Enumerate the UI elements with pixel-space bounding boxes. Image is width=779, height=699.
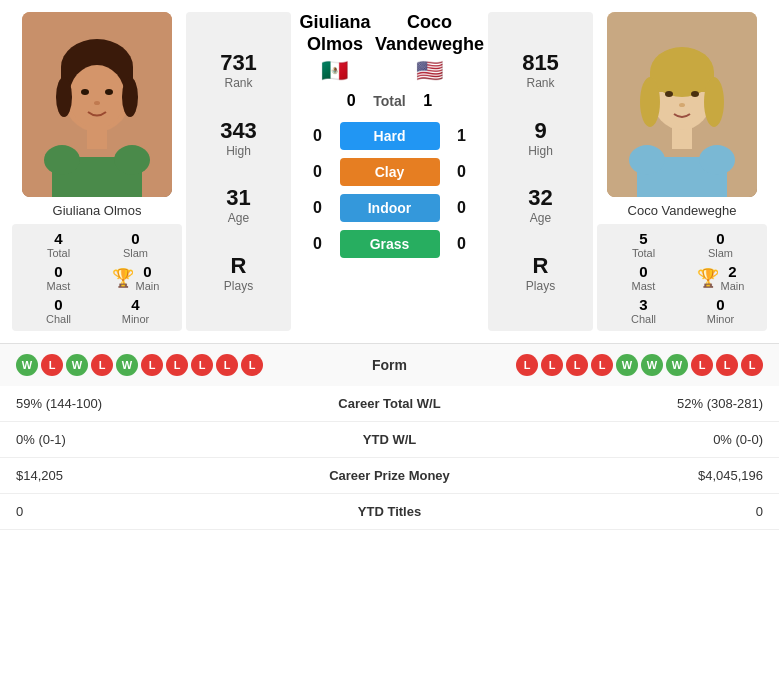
career-label-0: Career Total W/L — [273, 386, 507, 422]
surface-row-grass: 0 Grass 0 — [295, 230, 484, 258]
total-right-score: 1 — [418, 92, 438, 110]
left-player-heading: Giuliana Olmos — [295, 12, 375, 55]
center-area: Giuliana Olmos 🇲🇽 Coco Vandeweghe 🇺🇸 — [295, 12, 484, 331]
left-rank-lbl: Rank — [220, 76, 257, 90]
right-form-badge-1: L — [541, 354, 563, 376]
top-section: Giuliana Olmos 4 Total 0 Slam 0 Mast — [0, 0, 779, 343]
svg-point-7 — [94, 101, 100, 105]
right-form-badge-2: L — [566, 354, 588, 376]
left-age-item: 31 Age — [226, 185, 250, 225]
svg-point-21 — [704, 77, 724, 127]
left-minor-lbl: Minor — [97, 313, 174, 325]
right-minor-cell: 0 Minor — [682, 296, 759, 325]
right-form-badge-3: L — [591, 354, 613, 376]
left-form-badge-4: W — [116, 354, 138, 376]
right-mast-lbl: Mast — [605, 280, 682, 292]
left-chall-val: 0 — [20, 296, 97, 313]
left-main-val: 0 — [136, 263, 160, 280]
app-container: Giuliana Olmos 4 Total 0 Slam 0 Mast — [0, 0, 779, 530]
right-chall-cell: 3 Chall — [605, 296, 682, 325]
right-rank-val: 815 — [522, 50, 559, 76]
surface-row-indoor: 0 Indoor 0 — [295, 194, 484, 222]
surface-rows: 0 Hard 1 0 Clay 0 0 Indoor 0 0 Grass 0 — [295, 122, 484, 258]
right-total-cell: 5 Total — [605, 230, 682, 259]
left-chall-lbl: Chall — [20, 313, 97, 325]
left-trophy-main: 🏆 0 Main — [97, 263, 174, 292]
right-rank-lbl: Rank — [522, 76, 559, 90]
left-form-badge-6: L — [166, 354, 188, 376]
career-stats-table: 59% (144-100) Career Total W/L 52% (308-… — [0, 386, 779, 530]
surface-row-clay: 0 Clay 0 — [295, 158, 484, 186]
right-minor-lbl: Minor — [682, 313, 759, 325]
left-rank-val: 731 — [220, 50, 257, 76]
career-label-2: Career Prize Money — [273, 458, 507, 494]
surface-right-hard: 1 — [452, 127, 472, 145]
right-name-line2: Vandeweghe — [375, 34, 484, 54]
right-chall-lbl: Chall — [605, 313, 682, 325]
left-age-lbl: Age — [226, 211, 250, 225]
left-player-area: Giuliana Olmos 4 Total 0 Slam 0 Mast — [12, 12, 182, 331]
surface-row-hard: 0 Hard 1 — [295, 122, 484, 150]
left-name-line1: Giuliana — [299, 12, 370, 32]
right-slam-cell: 0 Slam — [682, 230, 759, 259]
surface-badge-clay: Clay — [340, 158, 440, 186]
right-mast-cell: 0 Mast — [605, 263, 682, 292]
right-trophy-main: 🏆 2 Main — [682, 263, 759, 292]
names-row: Giuliana Olmos 🇲🇽 Coco Vandeweghe 🇺🇸 — [295, 12, 484, 84]
right-age-lbl: Age — [528, 211, 552, 225]
left-plays-val: R — [224, 253, 253, 279]
left-high-lbl: High — [220, 144, 257, 158]
left-trophy-icon: 🏆 — [112, 267, 134, 289]
career-label-1: YTD W/L — [273, 422, 507, 458]
right-total-lbl: Total — [605, 247, 682, 259]
right-minor-val: 0 — [682, 296, 759, 313]
surface-left-clay: 0 — [308, 163, 328, 181]
career-right-3: 0 — [506, 494, 779, 530]
left-form-badge-1: L — [41, 354, 63, 376]
career-left-3: 0 — [0, 494, 273, 530]
right-name-line1: Coco — [407, 12, 452, 32]
right-main-val: 2 — [721, 263, 745, 280]
left-slam-cell: 0 Slam — [97, 230, 174, 259]
career-left-0: 59% (144-100) — [0, 386, 273, 422]
left-form-badge-8: L — [216, 354, 238, 376]
right-high-item: 9 High — [528, 118, 553, 158]
svg-point-20 — [640, 77, 660, 127]
right-chall-val: 3 — [605, 296, 682, 313]
right-high-val: 9 — [528, 118, 553, 144]
svg-point-24 — [679, 103, 685, 107]
right-flag-area: 🇺🇸 — [375, 58, 484, 84]
career-right-1: 0% (0-0) — [506, 422, 779, 458]
left-chall-cell: 0 Chall — [20, 296, 97, 325]
left-form-badge-7: L — [191, 354, 213, 376]
career-row-1: 0% (0-1) YTD W/L 0% (0-0) — [0, 422, 779, 458]
svg-point-13 — [122, 77, 138, 117]
left-total-lbl: Total — [20, 247, 97, 259]
career-row-2: $14,205 Career Prize Money $4,045,196 — [0, 458, 779, 494]
right-age-val: 32 — [528, 185, 552, 211]
left-minor-val: 4 — [97, 296, 174, 313]
svg-point-6 — [105, 89, 113, 95]
career-left-1: 0% (0-1) — [0, 422, 273, 458]
right-player-photo — [607, 12, 757, 197]
right-player-heading: Coco Vandeweghe — [375, 12, 484, 55]
left-stats-box: 4 Total 0 Slam 0 Mast 🏆 0 — [12, 224, 182, 331]
svg-point-10 — [44, 145, 80, 175]
form-section: WLWLWLLLLL Form LLLLWWWLLL — [0, 343, 779, 386]
right-mast-val: 0 — [605, 263, 682, 280]
left-player-photo — [22, 12, 172, 197]
left-form-badge-9: L — [241, 354, 263, 376]
surface-badge-grass: Grass — [340, 230, 440, 258]
right-rank-item: 815 Rank — [522, 50, 559, 90]
right-form-badges: LLLLWWWLLL — [516, 354, 763, 376]
svg-point-12 — [56, 77, 72, 117]
career-right-0: 52% (308-281) — [506, 386, 779, 422]
right-form-badge-7: L — [691, 354, 713, 376]
right-high-lbl: High — [528, 144, 553, 158]
right-name-block: Coco Vandeweghe 🇺🇸 — [375, 12, 484, 84]
right-age-item: 32 Age — [528, 185, 552, 225]
left-form-badge-5: L — [141, 354, 163, 376]
right-plays-item: R Plays — [526, 253, 555, 293]
surface-left-hard: 0 — [308, 127, 328, 145]
left-mast-cell: 0 Mast — [20, 263, 97, 292]
